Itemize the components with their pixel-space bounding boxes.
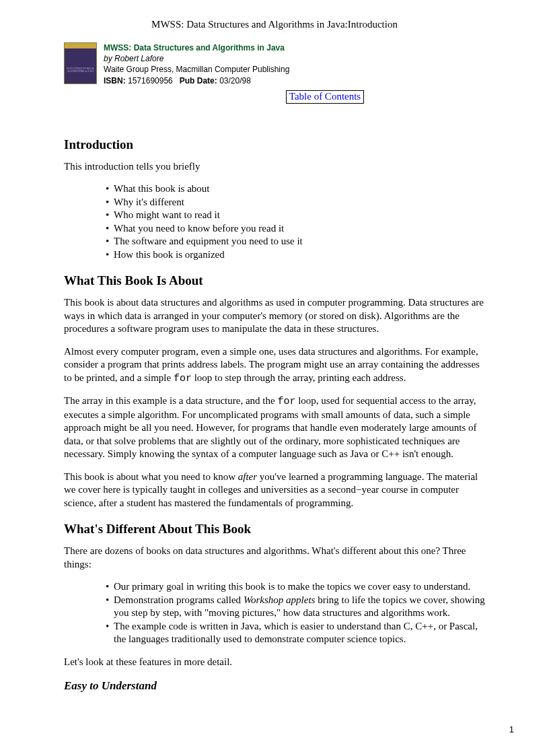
book-title: MWSS: Data Structures and Algorithms in … (104, 42, 289, 53)
text-span: The array in this example is a data stru… (64, 395, 277, 406)
text-span: loop to step through the array, printing… (192, 372, 406, 383)
text-span: This book is about what you need to know (64, 471, 238, 482)
pubdate-label: Pub Date: (180, 76, 217, 85)
pubdate-value: 03/20/98 (219, 76, 251, 85)
list-item: What you need to know before you read it (106, 222, 485, 236)
isbn-label: ISBN: (104, 76, 126, 85)
intro-lead-text: This introduction tells you briefly (64, 160, 485, 174)
about-p2: Almost every computer program, even a si… (64, 345, 485, 386)
italic-span: Workshop applets (244, 594, 316, 605)
book-info-row: DATA STRUCTURES & ALGORITHMS in JAVA MWS… (64, 42, 485, 86)
text-span: Demonstration programs called (114, 594, 244, 605)
table-of-contents-link[interactable]: Table of Contents (286, 90, 364, 104)
content-area: DATA STRUCTURES & ALGORITHMS in JAVA MWS… (0, 30, 549, 693)
book-publisher: Waite Group Press, Macmillan Computer Pu… (104, 64, 289, 75)
heading-introduction: Introduction (64, 137, 485, 152)
book-isbn-line: ISBN: 1571690956 Pub Date: 03/20/98 (104, 75, 289, 86)
book-author: by Robert Lafore (104, 53, 289, 64)
heading-easy-to-understand: Easy to Understand (64, 679, 485, 693)
heading-whats-different: What's Different About This Book (64, 522, 485, 537)
isbn-value: 1571690956 (128, 76, 173, 85)
code-span: for (174, 373, 192, 384)
list-item: Why it's different (106, 196, 485, 209)
list-item: Who might want to read it (106, 209, 485, 222)
italic-span: after (238, 471, 257, 482)
book-cover-text: DATA STRUCTURES & ALGORITHMS in JAVA (66, 67, 95, 73)
toc-link-container: Table of Contents (165, 90, 485, 104)
about-p4: This book is about what you need to know… (64, 471, 485, 510)
list-item: What this book is about (106, 182, 485, 196)
different-bullet-list: Our primary goal in writing this book is… (64, 580, 485, 646)
page-header: MWSS: Data Structures and Algorithms in … (0, 0, 549, 30)
different-p1: There are dozens of books on data struct… (64, 545, 485, 571)
list-item: The example code is written in Java, whi… (106, 620, 485, 646)
different-p2: Let's look at these features in more det… (64, 656, 485, 669)
intro-bullet-list: What this book is about Why it's differe… (64, 182, 485, 261)
list-item: The software and equipment you need to u… (106, 235, 485, 248)
page-number: 1 (509, 724, 514, 734)
list-item: Demonstration programs called Workshop a… (106, 594, 485, 620)
list-item: How this book is organized (106, 248, 485, 262)
about-p1: This book is about data structures and a… (64, 296, 485, 336)
book-metadata: MWSS: Data Structures and Algorithms in … (104, 42, 289, 86)
list-item: Our primary goal in writing this book is… (106, 580, 485, 594)
code-span: for (277, 396, 295, 407)
heading-what-about: What This Book Is About (64, 273, 485, 288)
book-cover-thumbnail: DATA STRUCTURES & ALGORITHMS in JAVA (64, 42, 97, 84)
about-p3: The array in this example is a data stru… (64, 394, 485, 461)
